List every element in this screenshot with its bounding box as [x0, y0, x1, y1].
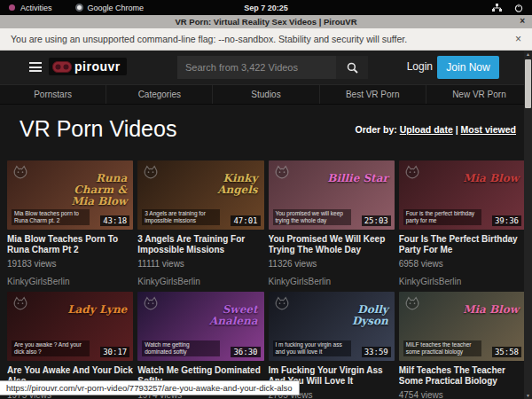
thumbnail-overlay-title: Sweet Analena	[189, 304, 258, 327]
chrome-infobar: You are using an unsupported command-lin…	[0, 28, 532, 51]
search-button[interactable]	[336, 56, 368, 79]
window-titlebar: VR Porn: Virtual Reality Sex Videos | Pi…	[0, 15, 532, 28]
login-link[interactable]: Login	[407, 60, 433, 73]
video-grid: Runa Charm & Mia BlowMia Blow teaches po…	[7, 160, 525, 399]
scroll-up-icon[interactable]: ▲	[526, 51, 530, 58]
video-card[interactable]: Kinky Angels3 Angels are training for im…	[137, 160, 263, 286]
order-most-viewed-link[interactable]: Most viewed	[461, 124, 516, 135]
screen: Activities Google Chrome Sep 7 20:25 VR …	[0, 0, 532, 399]
cat-mask-watermark-icon	[273, 295, 291, 313]
infobar-message: You are using an unsupported command-lin…	[11, 34, 407, 44]
nav-item-studios[interactable]: Studios	[213, 85, 319, 104]
scroll-down-icon[interactable]: ▼	[526, 392, 530, 399]
thumbnail-caption: Mia Blow teaches porn to Runa Charm pt. …	[12, 209, 90, 225]
site-header: pirouvr Login Join Now	[0, 51, 532, 84]
site-logo[interactable]: pirouvr	[49, 58, 127, 75]
join-now-button[interactable]: Join Now	[437, 56, 499, 79]
video-title[interactable]: Milf Teaches The Teacher Some Practical …	[399, 365, 525, 386]
duration-badge: 25:03	[362, 215, 391, 226]
thumbnail-overlay-title: Billie Star	[327, 173, 388, 184]
video-views: 4754 views	[399, 390, 525, 399]
video-card[interactable]: Mia BlowMILF teaches the teacher some pr…	[399, 292, 525, 399]
video-thumbnail[interactable]: Billie StarYou promised we will keep try…	[269, 160, 395, 230]
menu-icon[interactable]	[29, 62, 42, 72]
duration-badge: 33:59	[362, 347, 391, 357]
scrollbar[interactable]: ▲ ▼	[524, 51, 532, 399]
video-thumbnail[interactable]: Dolly DysonI m fucking your virgin ass a…	[269, 292, 395, 361]
video-title[interactable]: Four Is The Perfect Birthday Party For M…	[399, 234, 525, 254]
cat-mask-watermark-icon	[142, 164, 160, 182]
order-separator: |	[456, 124, 458, 135]
thumbnail-overlay-title: Kinky Angels	[189, 173, 258, 196]
cat-mask-watermark-icon	[273, 164, 291, 182]
video-card[interactable]: Runa Charm & Mia BlowMia Blow teaches po…	[7, 160, 133, 286]
thumbnail-caption: 3 Angels are training for impossible mis…	[142, 209, 220, 225]
search-input[interactable]	[177, 56, 336, 79]
thumbnail-caption: Watch me getting dominated softly	[142, 340, 220, 356]
video-studio-link[interactable]: KinkyGirlsBerlin	[269, 277, 395, 286]
scrollbar-thumb[interactable]	[525, 59, 531, 108]
page-head: VR Porn Videos Order by: Upload date | M…	[0, 105, 532, 154]
duration-badge: 35:58	[492, 347, 521, 357]
duration-badge: 36:30	[231, 347, 260, 357]
video-views: 11111 views	[137, 259, 263, 269]
video-title[interactable]: Mia Blow Teaches Porn To Runa Charm Pt 2	[7, 234, 133, 254]
video-thumbnail[interactable]: Mia BlowMILF teaches the teacher some pr…	[399, 292, 525, 361]
video-thumbnail[interactable]: Kinky Angels3 Angels are training for im…	[137, 160, 263, 230]
search-icon	[347, 62, 358, 74]
thumbnail-caption: MILF teaches the teacher some practical …	[403, 340, 481, 356]
thumbnail-overlay-title: Dolly Dyson	[319, 304, 388, 327]
video-card[interactable]: Mia BlowFour is the perfect birthday par…	[399, 160, 525, 286]
thumbnail-caption: Are you awake ? And your dick also ?	[12, 340, 90, 356]
video-views: 6958 views	[399, 259, 525, 269]
clock[interactable]: Sep 7 20:25	[0, 4, 532, 12]
video-thumbnail[interactable]: Mia BlowFour is the perfect birthday par…	[399, 160, 525, 230]
status-url-tooltip: https://pirouvr.com/vr-porn-video/779325…	[0, 380, 300, 395]
video-title[interactable]: You Promised We Will Keep Trying The Who…	[269, 234, 395, 254]
main-nav: PornstarsCategoriesStudiosBest VR PornNe…	[0, 84, 532, 105]
thumbnail-caption: You promised we will keep trying the who…	[273, 209, 351, 225]
window-close-icon[interactable]: ×	[520, 16, 525, 26]
thumbnail-overlay-title: Runa Charm & Mia Blow	[58, 173, 127, 207]
nav-item-best-vr-porn[interactable]: Best VR Porn	[320, 85, 426, 104]
cat-mask-watermark-icon	[142, 295, 160, 313]
nav-item-pornstars[interactable]: Pornstars	[0, 85, 106, 104]
vr-headset-icon	[52, 61, 72, 73]
order-by-label: Order by:	[355, 124, 396, 135]
video-thumbnail[interactable]: Runa Charm & Mia BlowMia Blow teaches po…	[7, 160, 133, 230]
system-top-bar: Activities Google Chrome Sep 7 20:25	[0, 0, 532, 15]
video-thumbnail[interactable]: Lady LyneAre you awake ? And your dick a…	[7, 292, 133, 361]
cat-mask-watermark-icon	[12, 164, 29, 182]
page-title: VR Porn Videos	[20, 116, 176, 142]
duration-badge: 47:01	[231, 215, 260, 226]
video-card[interactable]: Billie StarYou promised we will keep try…	[269, 160, 395, 286]
video-views: 11326 views	[269, 259, 395, 269]
order-by: Order by: Upload date | Most viewed	[355, 124, 516, 135]
video-thumbnail[interactable]: Sweet AnalenaWatch me getting dominated …	[137, 292, 263, 361]
thumbnail-caption: I m fucking your virgin ass and you will…	[273, 340, 351, 356]
search-bar	[177, 56, 368, 79]
thumbnail-overlay-title: Mia Blow	[463, 304, 519, 316]
cat-mask-watermark-icon	[403, 295, 421, 313]
thumbnail-overlay-title: Mia Blow	[463, 173, 519, 184]
video-views: 19183 views	[7, 259, 133, 269]
duration-badge: 39:36	[492, 215, 521, 226]
video-studio-link[interactable]: KinkyGirlsBerlin	[137, 277, 263, 286]
video-studio-link[interactable]: KinkyGirlsBerlin	[7, 277, 133, 286]
video-studio-link[interactable]: KinkyGirlsBerlin	[399, 277, 525, 286]
order-upload-date-link[interactable]: Upload date	[400, 124, 453, 135]
cat-mask-watermark-icon	[12, 295, 29, 313]
video-title[interactable]: 3 Angels Are Training For Impossible Mis…	[137, 234, 263, 254]
thumbnail-overlay-title: Lady Lyne	[67, 304, 127, 316]
duration-badge: 43:18	[100, 215, 129, 226]
logo-text: pirouvr	[74, 59, 121, 74]
duration-badge: 30:17	[100, 347, 129, 357]
nav-item-new-vr-porn[interactable]: New VR Porn	[426, 85, 532, 104]
nav-item-categories[interactable]: Categories	[106, 85, 213, 104]
window-title: VR Porn: Virtual Reality Sex Videos | Pi…	[175, 17, 356, 27]
cat-mask-watermark-icon	[403, 164, 421, 182]
thumbnail-caption: Four is the perfect birthday party for m…	[403, 209, 481, 225]
infobar-close-icon[interactable]: ×	[515, 33, 521, 45]
